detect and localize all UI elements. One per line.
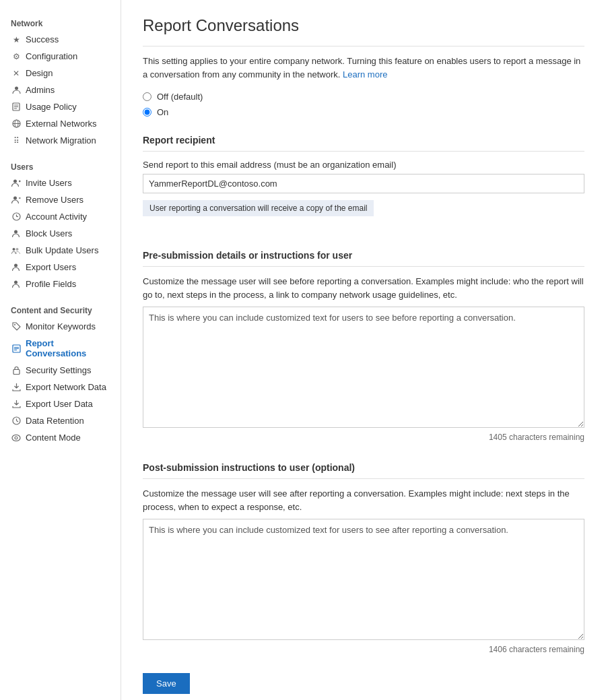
sidebar-item-label: Admins xyxy=(26,85,55,95)
svg-point-30 xyxy=(12,435,20,441)
sidebar-item-admins[interactable]: Admins xyxy=(0,82,121,98)
svg-point-21 xyxy=(14,324,15,325)
sidebar-item-account-activity[interactable]: Account Activity xyxy=(0,208,121,225)
sidebar-item-label: Usage Policy xyxy=(26,102,77,112)
sidebar-item-security-settings[interactable]: Security Settings xyxy=(0,362,121,379)
sidebar-item-label: Data Retention xyxy=(26,416,84,426)
sidebar-item-label: External Networks xyxy=(26,119,96,129)
sidebar-item-label: Design xyxy=(26,68,53,78)
export-network-icon xyxy=(11,383,22,391)
sidebar-item-usage-policy[interactable]: Usage Policy xyxy=(0,98,121,115)
export-users-icon xyxy=(11,263,22,272)
post-submission-description: Customize the message user will see afte… xyxy=(143,487,584,513)
svg-line-29 xyxy=(16,421,18,422)
post-submission-header: Post-submission instructions to user (op… xyxy=(143,455,584,479)
svg-rect-26 xyxy=(13,370,20,375)
sidebar-item-invite-users[interactable]: Invite Users xyxy=(0,174,121,191)
tag-icon xyxy=(11,322,22,331)
success-icon: ★ xyxy=(11,35,22,44)
sidebar-item-data-retention[interactable]: Data Retention xyxy=(0,412,121,429)
post-submission-section: Post-submission instructions to user (op… xyxy=(143,455,584,654)
sidebar-item-label: Configuration xyxy=(26,51,77,61)
report-icon xyxy=(11,344,22,353)
sidebar-item-label: Content Mode xyxy=(26,433,81,443)
svg-point-31 xyxy=(15,437,18,439)
profile-fields-icon xyxy=(11,280,22,288)
pre-submission-textarea[interactable]: This is where you can include customized… xyxy=(143,307,584,428)
sidebar-item-content-mode[interactable]: Content Mode xyxy=(0,429,121,446)
svg-point-11 xyxy=(13,197,17,200)
sidebar-item-report-conversations[interactable]: Report Conversations xyxy=(0,335,121,362)
sidebar-item-label: Export Network Data xyxy=(26,382,106,392)
globe-icon xyxy=(11,119,22,128)
sidebar-item-label: Profile Fields xyxy=(26,279,76,289)
sidebar-item-label: Security Settings xyxy=(26,365,92,375)
sidebar-item-bulk-update-users[interactable]: Bulk Update Users xyxy=(0,242,121,259)
radio-on[interactable] xyxy=(143,108,152,117)
learn-more-link[interactable]: Learn more xyxy=(343,69,387,79)
sidebar-item-configuration[interactable]: ⚙ Configuration xyxy=(0,48,121,65)
admins-icon xyxy=(11,86,22,94)
email-label: Send report to this email address (must … xyxy=(143,160,584,170)
sidebar-item-design[interactable]: ✕ Design xyxy=(0,65,121,82)
main-content: Report Conversations This setting applie… xyxy=(121,0,606,700)
sidebar-item-block-users[interactable]: Block Users xyxy=(0,225,121,242)
invite-users-icon xyxy=(11,179,22,187)
block-users-icon xyxy=(11,229,22,238)
pre-submission-section: Pre-submission details or instructions f… xyxy=(143,243,584,442)
radio-off-label: Off (default) xyxy=(157,92,203,102)
lock-icon xyxy=(11,366,22,375)
clock-icon xyxy=(11,212,22,221)
migration-icon: ⠿ xyxy=(11,136,22,146)
post-submission-textarea-wrapper: This is where you can include customized… xyxy=(143,519,584,642)
content-section-title: Content and Security xyxy=(0,298,121,318)
sidebar-item-success[interactable]: ★ Success xyxy=(0,31,121,48)
sidebar-item-label: Monitor Keywords xyxy=(26,321,96,331)
sidebar-item-label: Remove Users xyxy=(26,195,83,205)
gear-icon: ⚙ xyxy=(11,52,22,61)
svg-point-18 xyxy=(16,248,19,251)
sidebar-item-profile-fields[interactable]: Profile Fields xyxy=(0,276,121,292)
svg-point-8 xyxy=(13,180,17,183)
usage-policy-icon xyxy=(11,102,22,111)
svg-point-20 xyxy=(14,281,18,284)
save-button[interactable]: Save xyxy=(143,673,190,694)
sidebar-item-monitor-keywords[interactable]: Monitor Keywords xyxy=(0,318,121,335)
radio-off[interactable] xyxy=(143,92,152,101)
sidebar-item-label: Network Migration xyxy=(26,135,96,146)
radio-on-item: On xyxy=(143,107,584,117)
feature-description: This setting applies to your entire comp… xyxy=(143,55,584,81)
svg-point-17 xyxy=(13,248,15,251)
network-section-title: Network xyxy=(0,11,121,31)
design-icon: ✕ xyxy=(11,69,22,78)
sidebar-item-label: Block Users xyxy=(26,228,72,238)
post-submission-textarea[interactable]: This is where you can include customized… xyxy=(143,519,584,640)
sidebar-item-export-users[interactable]: Export Users xyxy=(0,259,121,276)
pre-submission-header: Pre-submission details or instructions f… xyxy=(143,243,584,267)
svg-point-19 xyxy=(14,264,18,267)
report-recipient-header: Report recipient xyxy=(143,128,584,152)
sidebar-item-label: Export User Data xyxy=(26,399,93,409)
export-user-data-icon xyxy=(11,400,22,408)
remove-users-icon xyxy=(11,195,22,204)
radio-off-item: Off (default) xyxy=(143,92,584,102)
sidebar-item-label: Account Activity xyxy=(26,212,87,222)
page-title: Report Conversations xyxy=(143,16,584,35)
sidebar-item-export-network-data[interactable]: Export Network Data xyxy=(0,379,121,395)
sidebar-item-label: Export Users xyxy=(26,262,76,272)
post-submission-char-count: 1406 characters remaining xyxy=(143,645,584,654)
title-divider xyxy=(143,46,584,46)
sidebar-item-label: Success xyxy=(26,34,59,44)
sidebar-item-export-user-data[interactable]: Export User Data xyxy=(0,395,121,412)
bulk-update-icon xyxy=(11,246,22,255)
radio-on-label: On xyxy=(157,107,168,117)
copy-notice: User reporting a conversation will recei… xyxy=(143,200,374,216)
sidebar-item-external-networks[interactable]: External Networks xyxy=(0,115,121,132)
svg-point-0 xyxy=(15,87,18,90)
email-input[interactable] xyxy=(143,174,584,193)
sidebar-item-remove-users[interactable]: Remove Users xyxy=(0,191,121,208)
sidebar-item-label: Invite Users xyxy=(26,178,72,188)
radio-group: Off (default) On xyxy=(143,92,584,117)
svg-point-16 xyxy=(14,230,18,234)
sidebar-item-network-migration[interactable]: ⠿ Network Migration xyxy=(0,132,121,149)
